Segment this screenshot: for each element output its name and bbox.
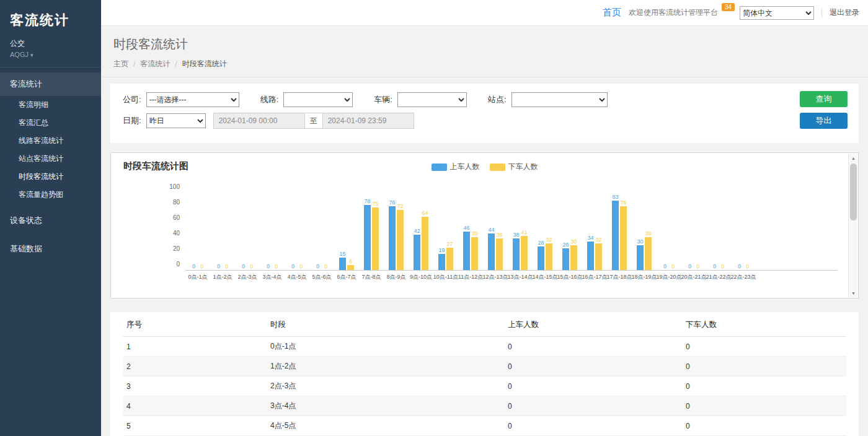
welcome-text: 欢迎使用客流统计管理平台 — [629, 7, 718, 18]
date-preset-select[interactable]: 昨日 — [146, 113, 206, 128]
bar — [372, 207, 379, 270]
bar-value-label: 38 — [496, 232, 502, 238]
sidebar-section-passenger-stats[interactable]: 客流统计 — [0, 72, 101, 96]
bar-value-label: 0 — [713, 263, 716, 269]
line-select[interactable] — [283, 92, 353, 107]
bar-group: 7672 — [384, 187, 409, 270]
bar-group: 00 — [235, 187, 260, 270]
sidebar-section-device-status[interactable]: 设备状态 — [0, 209, 101, 232]
bar — [546, 243, 552, 270]
app-title: 客流统计 — [10, 11, 91, 30]
legend-item-alighting[interactable]: 下车人数 — [490, 162, 538, 172]
bar — [389, 206, 396, 270]
bar-group: 7875 — [359, 187, 384, 270]
sidebar-section-base-data[interactable]: 基础数据 — [0, 237, 101, 261]
language-select[interactable]: 简体中文 — [740, 6, 814, 20]
bar-group: 1927 — [433, 187, 458, 270]
bar-value-label: 44 — [488, 227, 494, 233]
bar — [414, 235, 420, 270]
bar-value-label: 0 — [688, 263, 691, 269]
bar-group: 3432 — [582, 187, 607, 270]
x-tick-label: 13点-14点 — [508, 273, 533, 281]
x-tick-label: 4点-5点 — [285, 273, 309, 281]
sidebar-item[interactable]: 站点客流统计 — [0, 150, 101, 168]
bar — [438, 254, 445, 270]
date-to-input[interactable] — [322, 113, 414, 129]
page-title: 时段客流统计 — [113, 36, 856, 53]
date-from-input[interactable] — [213, 113, 305, 129]
station-label: 站点: — [488, 94, 507, 105]
date-label: 日期: — [123, 115, 141, 126]
org-selector[interactable]: AQGJ▾ — [10, 51, 91, 58]
home-link[interactable]: 首页 — [603, 7, 621, 19]
logout-link[interactable]: 退出登录 — [830, 7, 859, 18]
sidebar-item[interactable]: 客流汇总 — [0, 114, 101, 132]
table-body: 10点-1点0021点-2点0032点-3点0043点-4点0054点-5点00… — [123, 337, 846, 436]
data-table-card: 序号时段上车人数下车人数 10点-1点0021点-2点0032点-3点0043点… — [110, 312, 859, 436]
bar-group: 4264 — [409, 187, 433, 270]
filter-row-2: 日期: 昨日 至 — [123, 113, 846, 129]
x-tick-label: 1点-2点 — [210, 273, 235, 281]
main-content: 时段客流统计 主页/客流统计/时段客流统计 公司: ---请选择--- 线路: … — [101, 26, 868, 436]
bar-value-label: 0 — [316, 263, 319, 269]
breadcrumb: 主页/客流统计/时段客流统计 — [113, 59, 856, 69]
bar-value-label: 39 — [471, 230, 477, 237]
sidebar-item[interactable]: 客流明细 — [0, 96, 101, 114]
legend-swatch — [432, 164, 447, 171]
sidebar-item[interactable]: 线路客流统计 — [0, 132, 101, 150]
sidebar-item[interactable]: 客流量趋势图 — [0, 186, 101, 204]
bar-value-label: 0 — [721, 263, 724, 269]
filter-panel: 公司: ---请选择--- 线路: 车辆: 站点: — [110, 84, 859, 143]
bar — [397, 210, 404, 270]
breadcrumb-item[interactable]: 主页 — [113, 59, 128, 69]
bar-value-label: 0 — [192, 263, 195, 269]
scroll-up-icon[interactable]: ▲ — [849, 154, 858, 162]
legend-label: 上车人数 — [450, 162, 480, 172]
chart-y-axis: 100806040200 — [123, 184, 185, 268]
bar-value-label: 15 — [339, 251, 345, 257]
sidebar-item[interactable]: 时段客流统计 — [0, 168, 101, 186]
bar-value-label: 0 — [250, 263, 253, 269]
table-row: 10点-1点00 — [123, 337, 846, 357]
x-tick-label: 6点-7点 — [334, 273, 359, 281]
bar — [347, 265, 354, 270]
bar-value-label: 0 — [663, 263, 666, 269]
x-tick-label: 3点-4点 — [260, 273, 285, 281]
y-tick-label: 20 — [173, 246, 180, 252]
bar — [446, 248, 453, 270]
scroll-down-icon[interactable]: ▼ — [849, 289, 858, 297]
sidebar-menu: 客流统计 客流明细客流汇总线路客流统计站点客流统计时段客流统计客流量趋势图 设备… — [0, 72, 101, 261]
scrollbar-thumb[interactable] — [850, 164, 857, 220]
company-label: 公司: — [123, 94, 141, 105]
bar-value-label: 83 — [612, 194, 618, 200]
export-button[interactable]: 导出 — [800, 113, 848, 129]
x-tick-label: 7点-8点 — [359, 273, 384, 281]
y-tick-label: 40 — [173, 230, 180, 237]
station-select[interactable] — [512, 92, 608, 107]
bar — [645, 237, 652, 270]
bar-value-label: 76 — [389, 199, 395, 206]
bar-group: 3841 — [508, 187, 533, 270]
bar — [587, 242, 594, 270]
company-select[interactable]: ---请选择--- — [146, 92, 239, 107]
bar-value-label: 0 — [696, 263, 699, 269]
query-button[interactable]: 查询 — [800, 91, 848, 107]
breadcrumb-item[interactable]: 客流统计 — [140, 59, 170, 69]
bar-group: 00 — [185, 187, 210, 270]
bar-group: 2630 — [557, 187, 582, 270]
chart-scrollbar[interactable]: ▲ ▼ — [848, 154, 857, 297]
vehicle-select[interactable] — [397, 92, 467, 107]
bar-value-label: 0 — [275, 263, 278, 269]
bar-group: 4438 — [483, 187, 508, 270]
bar — [538, 246, 544, 270]
chart-area: 100806040200 000000000000156787576724264… — [123, 187, 837, 281]
bar — [637, 245, 644, 271]
filter-buttons: 查询 导出 — [800, 91, 848, 129]
bar-value-label: 34 — [587, 235, 593, 241]
legend-item-boarding[interactable]: 上车人数 — [432, 162, 480, 172]
table-row: 21点-2点00 — [123, 357, 846, 377]
bar — [364, 205, 371, 270]
bar-value-label: 19 — [438, 247, 445, 253]
filter-row-1: 公司: ---请选择--- 线路: 车辆: 站点: — [123, 92, 846, 107]
x-tick-label: 19点-20点 — [657, 273, 681, 281]
